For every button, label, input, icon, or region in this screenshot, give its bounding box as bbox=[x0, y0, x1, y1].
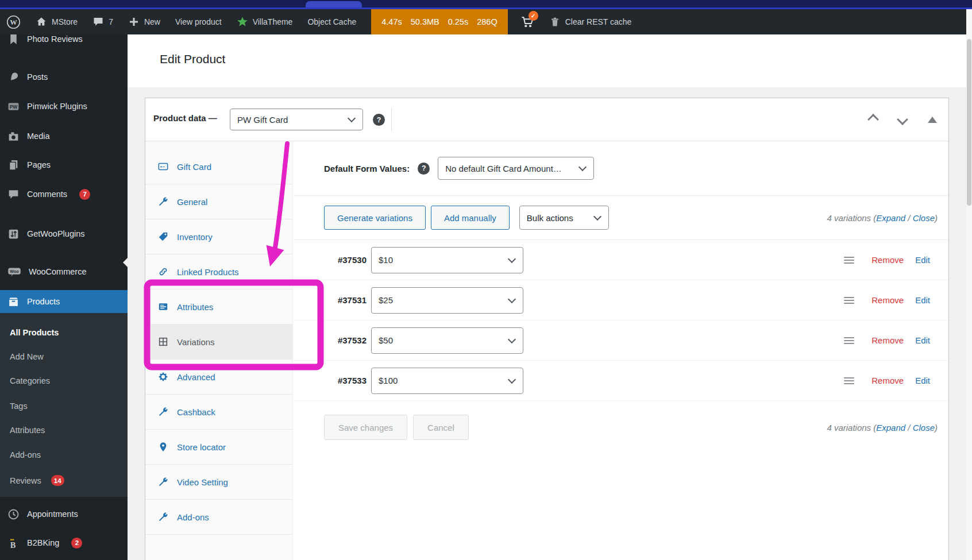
svg-text:W: W bbox=[10, 18, 17, 26]
remove-variation-link[interactable]: Remove bbox=[871, 376, 904, 385]
toggle-panel-icon[interactable] bbox=[928, 117, 937, 123]
sidebar-item-photo-reviews[interactable]: Photo Reviews bbox=[0, 34, 128, 53]
query-monitor-stats[interactable]: 4.47s 50.3MB 0.25s 286Q bbox=[371, 9, 507, 34]
tab-add-ons[interactable]: Add-ons bbox=[145, 500, 292, 535]
submenu-all-products[interactable]: All Products bbox=[10, 328, 59, 337]
product-data-header: Product data — PW Gift Card ? bbox=[145, 98, 948, 141]
home-icon bbox=[36, 16, 47, 28]
submenu-tags[interactable]: Tags bbox=[10, 401, 28, 411]
tab-store-locator[interactable]: Store locator bbox=[145, 430, 292, 465]
expand-link[interactable]: Expand bbox=[876, 423, 905, 432]
getwooplugins-icon bbox=[7, 228, 20, 240]
tab-label: Inventory bbox=[177, 232, 213, 242]
scrollbar-thumb[interactable] bbox=[967, 39, 971, 206]
remove-variation-link[interactable]: Remove bbox=[871, 335, 904, 345]
sidebar-item-pages[interactable]: Pages bbox=[0, 151, 128, 179]
default-form-values-select[interactable]: No default Gift Card Amount… bbox=[438, 157, 594, 180]
expand-link[interactable]: Expand bbox=[876, 213, 905, 223]
pimwick-pw-icon: PW bbox=[7, 101, 20, 113]
generate-variations-button[interactable]: Generate variations bbox=[324, 206, 426, 230]
sidebar-item-media[interactable]: Media bbox=[0, 122, 128, 150]
scrollbar[interactable] bbox=[966, 9, 972, 560]
star-icon bbox=[237, 16, 248, 28]
drag-handle-icon[interactable] bbox=[844, 297, 854, 304]
sidebar-item-pimwick-plugins[interactable]: PW Pimwick Plugins bbox=[0, 92, 128, 120]
sidebar-item-woocommerce[interactable]: Woo WooCommerce bbox=[0, 258, 128, 285]
clear-rest-cache-button[interactable]: Clear REST cache bbox=[549, 16, 632, 28]
tab-inventory[interactable]: Inventory bbox=[145, 219, 292, 254]
cart-menu[interactable]: ✓ bbox=[520, 15, 534, 29]
tab-label: Store locator bbox=[177, 442, 226, 452]
tab-variations[interactable]: Variations bbox=[145, 325, 292, 360]
move-down-icon[interactable] bbox=[897, 114, 908, 125]
edit-variation-link[interactable]: Edit bbox=[915, 295, 930, 305]
move-up-icon[interactable] bbox=[867, 114, 879, 125]
bulk-actions-select[interactable]: Bulk actions bbox=[519, 206, 609, 230]
variations-panel: Default Form Values: ? No default Gift C… bbox=[294, 141, 948, 560]
drag-handle-icon[interactable] bbox=[844, 337, 854, 344]
wordpress-menu[interactable]: W bbox=[6, 15, 21, 29]
admin-bar-comments[interactable]: 7 bbox=[92, 16, 113, 28]
submenu-add-new[interactable]: Add New bbox=[10, 352, 44, 361]
submenu-reviews[interactable]: Reviews 14 bbox=[10, 475, 64, 486]
new-content-button[interactable]: New bbox=[128, 16, 160, 28]
submenu-attributes[interactable]: Attributes bbox=[10, 426, 45, 435]
tab-gift-card[interactable]: Gift Card bbox=[145, 149, 292, 184]
sidebar-item-products[interactable]: Products bbox=[0, 290, 128, 313]
submenu-label: Tags bbox=[10, 401, 28, 411]
default-form-values-label: Default Form Values: bbox=[324, 164, 410, 173]
tab-label: Cashback bbox=[177, 407, 215, 417]
drag-handle-icon[interactable] bbox=[844, 377, 854, 384]
qm-memory: 50.3MB bbox=[411, 17, 439, 26]
default-form-values-help-icon[interactable]: ? bbox=[418, 163, 430, 175]
drag-handle-icon[interactable] bbox=[844, 257, 854, 264]
tab-label: Attributes bbox=[177, 302, 213, 312]
summary-suffix: ) bbox=[935, 423, 938, 432]
product-type-help-icon[interactable]: ? bbox=[373, 114, 385, 126]
tab-attributes[interactable]: Attributes bbox=[145, 289, 292, 325]
pages-icon bbox=[7, 159, 20, 171]
sidebar-item-appointments[interactable]: Appointments bbox=[0, 500, 128, 528]
villatheme-menu[interactable]: VillaTheme bbox=[237, 16, 293, 28]
sidebar-item-posts[interactable]: Posts bbox=[0, 63, 128, 91]
add-manually-button[interactable]: Add manually bbox=[431, 206, 510, 230]
tab-cashback[interactable]: Cashback bbox=[145, 395, 292, 430]
cancel-button[interactable]: Cancel bbox=[413, 415, 469, 440]
sidebar-item-getwooplugins[interactable]: GetWooPlugins bbox=[0, 220, 128, 248]
gear-icon bbox=[158, 372, 168, 382]
view-product-link[interactable]: View product bbox=[175, 17, 222, 26]
remove-variation-link[interactable]: Remove bbox=[871, 255, 904, 265]
sidebar-item-b2bking[interactable]: B B2BKing 2 bbox=[0, 529, 128, 557]
close-link[interactable]: Close bbox=[913, 213, 935, 223]
remove-variation-link[interactable]: Remove bbox=[871, 295, 904, 305]
index-card-icon bbox=[158, 302, 168, 312]
comment-bubble-icon bbox=[92, 16, 104, 28]
product-type-select[interactable]: PW Gift Card bbox=[230, 109, 363, 130]
edit-variation-link[interactable]: Edit bbox=[915, 255, 930, 265]
sidebar-item-label: Posts bbox=[27, 72, 48, 82]
tab-general[interactable]: General bbox=[145, 184, 292, 219]
edit-variation-link[interactable]: Edit bbox=[915, 376, 930, 385]
variation-amount-select[interactable]: $25 bbox=[371, 287, 523, 314]
tag-icon bbox=[158, 231, 168, 242]
variation-amount-select[interactable]: $50 bbox=[371, 327, 523, 354]
variation-amount-select[interactable]: $10 bbox=[371, 247, 523, 273]
variation-amount-select[interactable]: $100 bbox=[371, 368, 523, 394]
tab-advanced[interactable]: Advanced bbox=[145, 360, 292, 395]
object-cache-menu[interactable]: Object Cache bbox=[307, 17, 356, 26]
save-changes-button[interactable]: Save changes bbox=[324, 415, 407, 440]
reviews-count-badge: 14 bbox=[51, 475, 64, 486]
tab-label: Video Setting bbox=[177, 477, 228, 487]
qm-queries: 286Q bbox=[477, 17, 497, 26]
sidebar-item-label: GetWooPlugins bbox=[27, 229, 84, 238]
site-link[interactable]: MStore bbox=[36, 16, 78, 28]
sidebar-item-label: Appointments bbox=[27, 509, 78, 519]
tab-linked-products[interactable]: Linked Products bbox=[145, 254, 292, 289]
sidebar-item-comments[interactable]: Comments 7 bbox=[0, 180, 128, 208]
sidebar-item-label: WooCommerce bbox=[29, 267, 86, 276]
submenu-categories[interactable]: Categories bbox=[10, 376, 50, 385]
close-link[interactable]: Close bbox=[913, 423, 935, 432]
edit-variation-link[interactable]: Edit bbox=[915, 335, 930, 345]
tab-video-setting[interactable]: Video Setting bbox=[145, 465, 292, 500]
submenu-add-ons[interactable]: Add-ons bbox=[10, 450, 41, 459]
